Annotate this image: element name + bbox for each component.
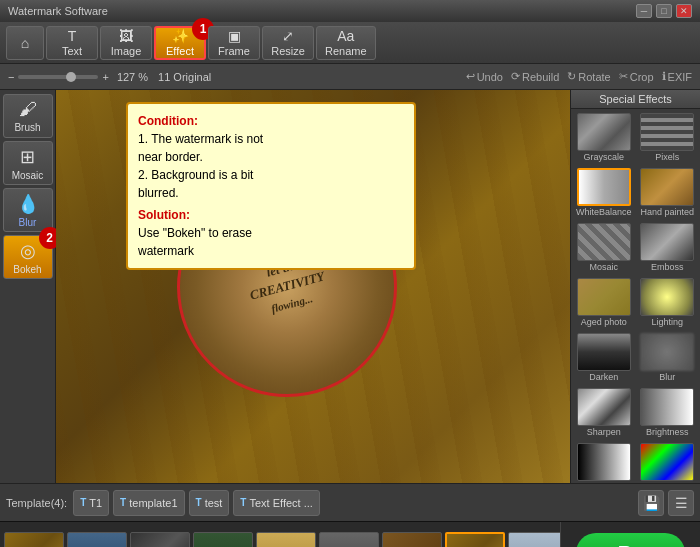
- text-label: Text: [62, 45, 82, 57]
- brush-label: Brush: [14, 122, 40, 133]
- text-button-wrapper: T Text: [46, 26, 98, 60]
- undo-button[interactable]: ↩ Undo: [466, 70, 503, 83]
- lighting-thumb: [640, 278, 694, 316]
- settings-template-button[interactable]: ☰: [668, 490, 694, 516]
- run-button-container: › Run: [560, 522, 700, 547]
- blur-tool-button[interactable]: 💧 Blur: [3, 188, 53, 232]
- blur-icon: 💧: [17, 193, 39, 215]
- run-button[interactable]: › Run: [576, 533, 684, 548]
- canvas-image: let theCREATIVITYflowing... Condition: 1…: [56, 90, 570, 483]
- effects-panel-title: Special Effects: [571, 90, 700, 109]
- text-icon: T: [68, 28, 77, 44]
- strip-thumb-8[interactable]: [445, 532, 505, 548]
- saturation-label: Saturation: [647, 482, 688, 483]
- effect-mosaic[interactable]: Mosaic: [573, 221, 635, 274]
- minimize-button[interactable]: ─: [636, 4, 652, 18]
- zoom-slider[interactable]: [18, 75, 98, 79]
- template-label: Template(4):: [6, 497, 67, 509]
- effect-pixels[interactable]: Pixels: [637, 111, 699, 164]
- effect-emboss[interactable]: Emboss: [637, 221, 699, 274]
- effect-sharpen[interactable]: Sharpen: [573, 386, 635, 439]
- strip-thumb-4[interactable]: [193, 532, 253, 548]
- bottom-area: › Run: [0, 521, 700, 547]
- effect-brightness[interactable]: Brightness: [637, 386, 699, 439]
- text-effect-icon: T: [240, 497, 246, 508]
- rename-button[interactable]: Aa Rename: [316, 26, 376, 60]
- brightness-thumb: [640, 388, 694, 426]
- rotate-icon: ↻: [567, 70, 576, 83]
- effect-saturation[interactable]: Saturation: [637, 441, 699, 483]
- mosaic-effect-label: Mosaic: [589, 262, 618, 272]
- strip-thumb-6[interactable]: [319, 532, 379, 548]
- template-template1[interactable]: T template1: [113, 490, 184, 516]
- window-title: Watermark Software: [8, 5, 108, 17]
- exif-label: EXIF: [668, 71, 692, 83]
- pixels-thumb: [640, 113, 694, 151]
- rotate-button[interactable]: ↻ Rotate: [567, 70, 610, 83]
- effect-whitebalance[interactable]: WhiteBalance: [573, 166, 635, 219]
- callout-box: Condition: 1. The watermark is notnear b…: [126, 102, 416, 270]
- image-button-wrapper: 🖼 Image: [100, 26, 152, 60]
- brush-tool-button[interactable]: 🖌 Brush: [3, 94, 53, 138]
- strip-thumb-1[interactable]: [4, 532, 64, 548]
- effect-blur[interactable]: Blur: [637, 331, 699, 384]
- canvas-area[interactable]: let theCREATIVITYflowing... Condition: 1…: [56, 90, 570, 483]
- rebuild-icon: ⟳: [511, 70, 520, 83]
- solution-text: Use "Bokeh" to erasewatermark: [138, 226, 252, 258]
- run-arrow-icon: ›: [604, 541, 611, 548]
- strip-thumb-7[interactable]: [382, 532, 442, 548]
- darken-label: Darken: [589, 372, 618, 382]
- bokeh-button-wrapper: ◎ Bokeh 2: [3, 235, 53, 279]
- effect-contrast[interactable]: Contrast: [573, 441, 635, 483]
- template-actions: 💾 ☰: [638, 490, 694, 516]
- secondary-actions: ↩ Undo ⟳ Rebuild ↻ Rotate ✂ Crop ℹ EXIF: [466, 70, 692, 83]
- crop-label: Crop: [630, 71, 654, 83]
- rename-icon: Aa: [337, 28, 354, 44]
- effect-label: Effect: [166, 45, 194, 57]
- crop-button[interactable]: ✂ Crop: [619, 70, 654, 83]
- image-strip: [0, 522, 560, 547]
- callout-condition: Condition: 1. The watermark is notnear b…: [138, 112, 404, 202]
- condition-label: Condition:: [138, 114, 198, 128]
- template-t1[interactable]: T T1: [73, 490, 109, 516]
- template-test[interactable]: T test: [189, 490, 230, 516]
- strip-thumb-9[interactable]: [508, 532, 560, 548]
- close-button[interactable]: ✕: [676, 4, 692, 18]
- image-button[interactable]: 🖼 Image: [100, 26, 152, 60]
- save-template-button[interactable]: 💾: [638, 490, 664, 516]
- grayscale-thumb: [577, 113, 631, 151]
- effect-lighting[interactable]: Lighting: [637, 276, 699, 329]
- zoom-original: 11 Original: [158, 71, 211, 83]
- exif-button[interactable]: ℹ EXIF: [662, 70, 692, 83]
- frame-button[interactable]: ▣ Frame: [208, 26, 260, 60]
- exif-icon: ℹ: [662, 70, 666, 83]
- effect-grayscale[interactable]: Grayscale: [573, 111, 635, 164]
- strip-thumb-2[interactable]: [67, 532, 127, 548]
- blur-label: Blur: [19, 217, 37, 228]
- resize-button[interactable]: ⤢ Resize: [262, 26, 314, 60]
- rename-button-wrapper: Aa Rename: [316, 26, 376, 60]
- window-controls: ─ □ ✕: [636, 4, 692, 18]
- template-text-effect[interactable]: T Text Effect ...: [233, 490, 320, 516]
- effect-darken[interactable]: Darken: [573, 331, 635, 384]
- maximize-button[interactable]: □: [656, 4, 672, 18]
- resize-icon: ⤢: [282, 28, 294, 44]
- rebuild-button[interactable]: ⟳ Rebuild: [511, 70, 559, 83]
- strip-thumb-3[interactable]: [130, 532, 190, 548]
- mosaic-tool-button[interactable]: ⊞ Mosaic: [3, 141, 53, 185]
- text-button[interactable]: T Text: [46, 26, 98, 60]
- zoom-control: − + 127 % 11 Original: [8, 71, 211, 83]
- mosaic-tool-label: Mosaic: [12, 170, 44, 181]
- undo-label: Undo: [477, 71, 503, 83]
- strip-thumb-5[interactable]: [256, 532, 316, 548]
- title-bar: Watermark Software ─ □ ✕: [0, 0, 700, 22]
- home-button[interactable]: ⌂: [6, 26, 44, 60]
- grayscale-label: Grayscale: [583, 152, 624, 162]
- zoom-minus-icon[interactable]: −: [8, 71, 14, 83]
- effect-agedphoto[interactable]: Aged photo: [573, 276, 635, 329]
- rebuild-label: Rebuild: [522, 71, 559, 83]
- pixels-label: Pixels: [655, 152, 679, 162]
- zoom-plus-icon[interactable]: +: [102, 71, 108, 83]
- left-sidebar: 🖌 Brush ⊞ Mosaic 💧 Blur ◎ Bokeh 2: [0, 90, 56, 483]
- effect-handpainted[interactable]: Hand painted: [637, 166, 699, 219]
